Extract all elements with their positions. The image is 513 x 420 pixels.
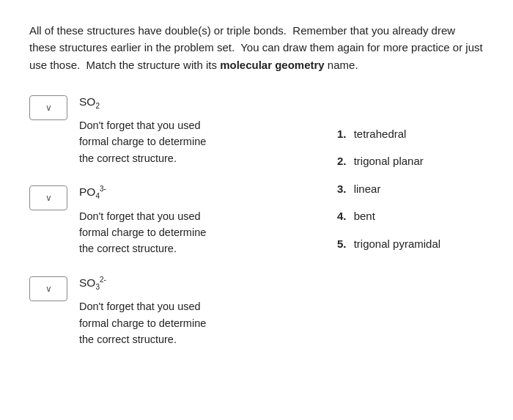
answer-item-1: 1. tetrahedral xyxy=(337,125,484,144)
answer-label-4: bent xyxy=(354,210,375,222)
molecule-hint-1: SO2 Don't forget that you used formal ch… xyxy=(79,94,320,167)
molecule-hint-2: PO43- Don't forget that you used formal … xyxy=(79,184,320,257)
chevron-down-icon-2: ∨ xyxy=(45,193,52,203)
hint-text-1: Don't forget that you used formal charge… xyxy=(79,117,320,166)
hint-text-3: Don't forget that you used formal charge… xyxy=(79,298,320,347)
answer-label-3: linear xyxy=(354,183,381,195)
answer-label-1: tetrahedral xyxy=(354,128,407,140)
answer-item-2: 2. trigonal planar xyxy=(337,152,484,171)
answers-list: 1. tetrahedral 2. trigonal planar 3. lin… xyxy=(337,125,484,254)
dropdown-3[interactable]: ∨ xyxy=(29,276,67,301)
molecule-label-1: SO2 xyxy=(79,94,320,111)
answer-num-4: 4. xyxy=(337,210,347,222)
question-block-2: ∨ PO43- Don't forget that you used forma… xyxy=(29,184,320,257)
answer-num-3: 3. xyxy=(337,183,347,195)
molecule-label-3: SO32- xyxy=(79,275,320,292)
dropdown-2[interactable]: ∨ xyxy=(29,185,67,210)
answer-item-5: 5. trigonal pyramidal xyxy=(337,235,484,254)
answer-label-2: trigonal planar xyxy=(354,155,424,167)
questions-column: ∨ SO2 Don't forget that you used formal … xyxy=(29,94,320,366)
chevron-down-icon-3: ∨ xyxy=(45,284,52,294)
answer-num-1: 1. xyxy=(337,128,347,140)
answer-num-2: 2. xyxy=(337,155,347,167)
answer-item-3: 3. linear xyxy=(337,180,484,199)
bold-term: molecular geometry xyxy=(220,59,325,71)
answer-item-4: 4. bent xyxy=(337,207,484,226)
question-block-3: ∨ SO32- Don't forget that you used forma… xyxy=(29,275,320,348)
molecule-hint-3: SO32- Don't forget that you used formal … xyxy=(79,275,320,348)
answer-label-5: trigonal pyramidal xyxy=(354,237,440,250)
molecule-label-2: PO43- xyxy=(79,184,320,202)
chevron-down-icon-1: ∨ xyxy=(45,103,52,113)
hint-text-2: Don't forget that you used formal charge… xyxy=(79,208,320,257)
question-block-1: ∨ SO2 Don't forget that you used formal … xyxy=(29,94,320,167)
answer-num-5: 5. xyxy=(337,237,347,250)
main-content: ∨ SO2 Don't forget that you used formal … xyxy=(29,94,484,366)
dropdown-1[interactable]: ∨ xyxy=(29,95,67,120)
answers-column: 1. tetrahedral 2. trigonal planar 3. lin… xyxy=(337,94,484,262)
intro-paragraph: All of these structures have double(s) o… xyxy=(29,22,484,73)
